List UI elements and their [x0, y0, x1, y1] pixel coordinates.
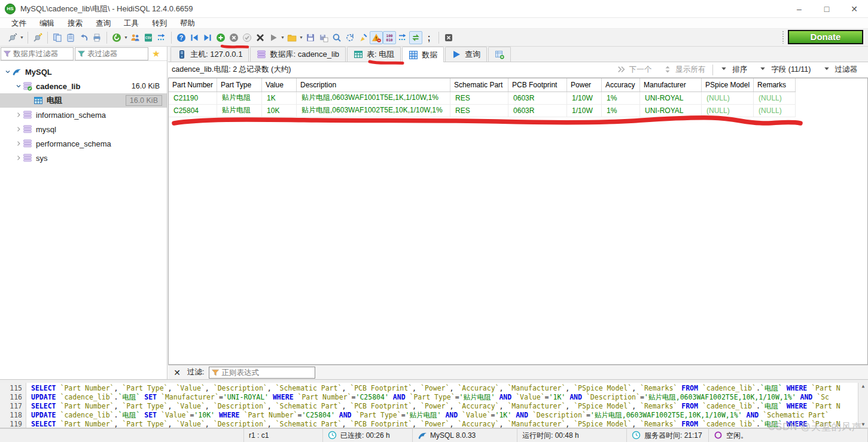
chevron-open-icon[interactable] — [14, 83, 23, 90]
tab-数据库: cadence_lib[interactable]: 数据库: cadence_lib — [250, 47, 346, 62]
tree-item-cadence_lib[interactable]: cadence_lib16.0 KiB — [0, 79, 167, 93]
column-header-Description[interactable]: Description — [297, 78, 450, 92]
chevron-closed-icon[interactable] — [14, 140, 23, 147]
grid-cell[interactable]: UNI-ROYAL — [640, 104, 702, 117]
column-header-Part Number[interactable]: Part Number — [169, 78, 217, 92]
close-tabs-icon[interactable] — [442, 31, 455, 44]
log-body[interactable]: SELECT `Part Number`, `Part Type`, `Valu… — [26, 383, 858, 428]
column-header-Remarks[interactable]: Remarks — [754, 78, 796, 92]
print-icon[interactable] — [90, 31, 103, 44]
result-action-排序[interactable]: 排序 — [715, 65, 752, 75]
refresh-icon-dropdown[interactable]: ▼ — [123, 31, 129, 44]
chevron-closed-icon[interactable] — [14, 111, 23, 118]
menu-转到[interactable]: 转到 — [145, 18, 173, 29]
favorites-star-icon[interactable]: ★ — [149, 47, 163, 60]
chevron-open-icon[interactable] — [4, 68, 12, 75]
copy-icon[interactable] — [51, 31, 64, 44]
table-filter-input[interactable] — [87, 50, 146, 58]
result-action-显示所有[interactable]: 显示所有 — [659, 65, 710, 75]
result-action-过滤器[interactable]: 过滤器 — [818, 65, 863, 75]
result-action-下一个[interactable]: 下一个 — [613, 65, 657, 75]
grid-cell[interactable]: 1% — [602, 104, 640, 117]
grid-cell[interactable]: RES — [450, 92, 508, 104]
tab-new-query[interactable] — [488, 47, 511, 62]
grid-cell[interactable]: C21190 — [169, 92, 217, 104]
tab-数据[interactable]: 数据 — [402, 47, 444, 62]
column-header-PCB Footprint[interactable]: PCB Footprint — [508, 78, 567, 92]
tree-item-mysql[interactable]: mysql — [0, 122, 167, 136]
grid-cell[interactable]: 0603R — [508, 92, 567, 104]
donate-button[interactable]: Donate — [788, 30, 863, 44]
column-header-Manufacturer[interactable]: Manufacturer — [640, 78, 702, 92]
table-row[interactable]: C21190贴片电阻1K贴片电阻,0603WAF1001T5E,1K,1/10W… — [169, 92, 796, 104]
run-query-icon-dropdown[interactable]: ▼ — [280, 31, 285, 44]
open-file-icon-dropdown[interactable]: ▼ — [299, 31, 304, 44]
menu-文件[interactable]: 文件 — [5, 18, 33, 29]
column-header-Part Type[interactable]: Part Type — [217, 78, 262, 92]
refresh-icon[interactable] — [110, 31, 123, 44]
chevron-closed-icon[interactable] — [14, 126, 23, 133]
last-row-icon[interactable] — [201, 31, 214, 44]
grid-cell[interactable]: 1K — [262, 92, 297, 104]
grid-cell[interactable]: 10K — [262, 104, 297, 117]
minimize-button[interactable]: – — [785, 0, 813, 18]
grid-cell[interactable]: (NULL) — [702, 104, 754, 117]
tree-item-MySQL[interactable]: MySQL — [0, 65, 167, 79]
cleanup-icon[interactable] — [357, 31, 370, 44]
paste-icon[interactable] — [64, 31, 77, 44]
warning-filter-icon[interactable] — [370, 31, 383, 44]
menu-工具[interactable]: 工具 — [117, 18, 145, 29]
scroll-up-icon[interactable]: ▲ — [862, 383, 865, 389]
tab-表: 电阻[interactable]: 表: 电阻 — [347, 47, 401, 62]
column-header-PSpice Model[interactable]: PSpice Model — [702, 78, 754, 92]
save-icon[interactable] — [304, 31, 317, 44]
stop-icon[interactable] — [254, 31, 267, 44]
connect-icon[interactable] — [31, 31, 44, 44]
undo-icon[interactable] — [77, 31, 90, 44]
grid-cell[interactable]: 1/10W — [567, 92, 602, 104]
help-icon[interactable]: ? — [175, 31, 188, 44]
close-button[interactable]: ✕ — [840, 0, 868, 18]
export-csv-icon[interactable]: CSV — [142, 31, 155, 44]
scroll-down-icon[interactable]: ▼ — [862, 422, 865, 427]
grid-filter-input[interactable] — [221, 368, 313, 377]
table-row[interactable]: C25804贴片电阻10K贴片电阻,0603WAF1002T5E,10K,1/1… — [169, 104, 796, 117]
grid-cell[interactable]: (NULL) — [754, 104, 796, 117]
column-header-Value[interactable]: Value — [262, 78, 297, 92]
close-filter-icon[interactable]: ✕ — [172, 368, 182, 377]
log-scrollbar[interactable]: ▲ ▼ — [858, 383, 868, 428]
indent-icon[interactable] — [396, 31, 409, 44]
reload-icon[interactable] — [343, 31, 357, 44]
disconnect-icon[interactable] — [6, 31, 19, 44]
bulk-edit-icon[interactable] — [155, 31, 168, 44]
grid-cell[interactable]: (NULL) — [702, 92, 754, 104]
disconnect-icon-dropdown[interactable]: ▼ — [19, 31, 25, 44]
user-manager-icon[interactable] — [129, 31, 142, 44]
result-action-字段 (11/11)[interactable]: 字段 (11/11) — [754, 65, 815, 75]
column-header-Schematic Part[interactable]: Schematic Part — [450, 78, 508, 92]
column-header-Power[interactable]: Power — [567, 78, 602, 92]
tree-item-information_schema[interactable]: information_schema — [0, 108, 167, 122]
grid-cell[interactable]: 贴片电阻,0603WAF1002T5E,10K,1/10W,1% — [297, 104, 450, 117]
save-snippet-icon[interactable] — [317, 31, 330, 44]
grid-cell[interactable]: C25804 — [169, 104, 217, 117]
menu-编辑[interactable]: 编辑 — [33, 18, 61, 29]
run-query-icon[interactable] — [267, 31, 280, 44]
grid-cell[interactable]: UNI-ROYAL — [640, 92, 702, 104]
binary-view-icon[interactable]: 100010 — [383, 31, 396, 44]
tab-查询[interactable]: 查询 — [445, 47, 487, 62]
maximize-button[interactable]: □ — [813, 0, 840, 18]
cancel-edit-icon[interactable] — [227, 31, 240, 44]
open-file-icon[interactable] — [285, 31, 299, 44]
grid-cell[interactable]: RES — [450, 104, 508, 117]
grid-cell[interactable]: (NULL) — [754, 92, 796, 104]
column-header-Accuracy[interactable]: Accuracy — [602, 78, 640, 92]
first-row-icon[interactable] — [188, 31, 201, 44]
grid-cell[interactable]: 1/10W — [567, 104, 602, 117]
chevron-closed-icon[interactable] — [14, 154, 23, 161]
menu-搜索[interactable]: 搜索 — [61, 18, 89, 29]
menu-查询[interactable]: 查询 — [89, 18, 117, 29]
grid-cell[interactable]: 贴片电阻 — [217, 92, 262, 104]
semicolon-icon[interactable]: ; — [422, 31, 435, 44]
database-filter-input[interactable] — [13, 50, 71, 58]
